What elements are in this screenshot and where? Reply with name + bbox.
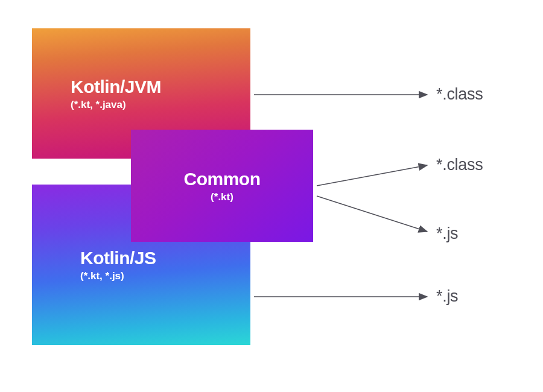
output-jvm-class: *.class (436, 85, 483, 104)
output-js: *.js (436, 287, 458, 306)
box-common-title: Common (184, 169, 261, 189)
box-js-subtitle: (*.kt, *.js) (80, 270, 124, 282)
box-js-title: Kotlin/JS (80, 248, 156, 268)
arrow-common-to-js (317, 196, 427, 232)
box-jvm-title: Kotlin/JVM (71, 77, 161, 97)
box-common-subtitle: (*.kt) (211, 191, 233, 203)
output-common-class: *.class (436, 156, 483, 174)
arrow-common-to-class (317, 165, 427, 186)
output-common-js: *.js (436, 224, 458, 243)
box-common: Common (*.kt) (131, 130, 313, 242)
box-jvm-subtitle: (*.kt, *.java) (71, 99, 126, 111)
